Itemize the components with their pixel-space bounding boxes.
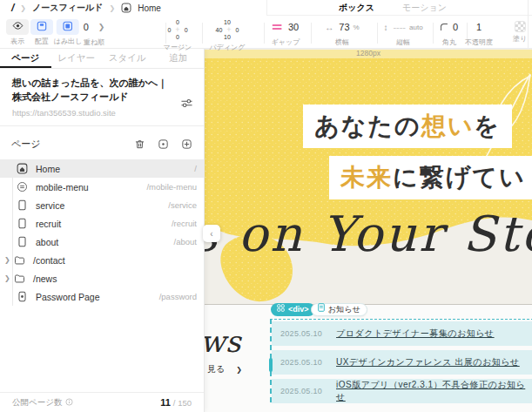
page-path: / (194, 164, 197, 173)
margin-values[interactable]: 0 0+0 0 (164, 18, 192, 41)
grid-icon (277, 303, 285, 316)
page-icon (17, 218, 28, 229)
padding-values[interactable]: 10 40+0 10 (210, 18, 246, 41)
page-name: Home (36, 164, 60, 174)
site-title: 想いの詰まった品を、次の誰かへ｜株式会社ノースフィールド (12, 77, 176, 104)
toolbar-radius: 0 角丸 (441, 18, 458, 47)
document-icon (318, 303, 325, 316)
view-more-link[interactable]: 見る❯ (207, 363, 242, 375)
resize-handle[interactable] (269, 358, 273, 372)
width-value[interactable]: ↔73% (325, 18, 359, 36)
order-value[interactable]: 0❯ (84, 18, 105, 36)
page-icon (17, 236, 28, 247)
hero-script-text[interactable]: s on Your Sto (205, 206, 532, 262)
news-date: 2025.05.10 (280, 387, 322, 395)
height-value[interactable]: ↕----auto (383, 18, 422, 36)
page-name: about (36, 237, 58, 247)
page-path: /recruit (172, 219, 197, 228)
toolbar-divider (202, 23, 203, 44)
page-path: /password (159, 292, 197, 301)
tab-box[interactable]: ボックス (339, 2, 374, 14)
eye-icon (12, 19, 24, 35)
toolbar-fill: 塗り (513, 18, 527, 44)
page-name: /news (33, 274, 57, 284)
page-list-item[interactable]: ❯ /news (0, 269, 204, 287)
duplicate-page-icon[interactable] (158, 138, 169, 150)
page-list-item[interactable]: ❯ /contact (0, 251, 204, 269)
tab-layers[interactable]: レイヤー (51, 48, 103, 68)
chevron-right-icon: ❯ (236, 366, 242, 374)
folder-icon (14, 254, 25, 266)
gap-value[interactable]: 30 (272, 18, 300, 36)
toolbar-padding: 10 40+0 10 パディング (210, 18, 246, 52)
sliders-icon[interactable] (180, 97, 193, 112)
overflow-icon (63, 19, 73, 35)
trash-icon[interactable] (134, 138, 145, 150)
news-list-item[interactable]: 2025.05.10 iOS版アプリ（ver2.3.1）不具合修正のお知らせ (272, 379, 532, 403)
page-name: mobile-menu (36, 182, 89, 192)
pages-section-header: ページ (0, 131, 204, 157)
radius-value[interactable]: 0 (441, 18, 458, 36)
news-title[interactable]: UXデザインカンファレンス 出展のお知らせ (336, 356, 520, 368)
news-title[interactable]: iOS版アプリ（ver2.3.1）不具合修正のお知らせ (336, 379, 532, 403)
news-title[interactable]: プロダクトデザイナー募集のお知らせ (336, 328, 495, 340)
page-list-item[interactable]: ❯ Home / (0, 159, 204, 178)
chevron-expand-icon[interactable]: ❯ (98, 23, 105, 31)
toolbar-align: 配置 (30, 18, 53, 46)
page-list: ❯ Home / ❯ mobile-menu /mobile-menu ❯ se… (0, 159, 204, 306)
page-list-item[interactable]: ❯ Password Page /password (0, 287, 204, 306)
element-label-badge[interactable]: お知らせ (311, 303, 367, 316)
visibility-button[interactable] (6, 19, 29, 35)
collapse-panel-button[interactable]: ‹ (203, 225, 220, 242)
studio-logo[interactable]: / (11, 2, 14, 14)
corner-radius-icon (441, 24, 448, 30)
breadcrumb-site[interactable]: ノースフィールド (32, 2, 103, 14)
page-name: service (36, 200, 64, 211)
news-date: 2025.05.10 (280, 329, 322, 338)
chevron-right-icon[interactable]: ❯ (4, 256, 14, 264)
tab-motion[interactable]: モーション (402, 2, 447, 14)
chevron-right-icon[interactable]: ❯ (4, 274, 14, 282)
toolbar-width: ↔73% 横幅 (325, 18, 359, 47)
align-button[interactable] (30, 19, 53, 35)
news-date: 2025.05.10 (280, 358, 322, 367)
breadcrumb-page[interactable]: Home (138, 3, 161, 13)
news-list-item[interactable]: 2025.05.10 プロダクトデザイナー募集のお知らせ (272, 321, 532, 346)
opacity-value[interactable]: 1 (465, 18, 493, 36)
tab-pages[interactable]: ページ (0, 48, 51, 68)
tab-styles[interactable]: スタイル (102, 48, 153, 68)
toolbar-height: ↕----auto 縦幅 (383, 18, 422, 47)
info-icon[interactable] (65, 398, 73, 408)
fill-swatch[interactable] (515, 21, 526, 32)
page-path: /mobile-menu (146, 182, 197, 192)
panel-footer: 公開ページ数 11/ 150 (0, 392, 204, 412)
selected-element-tag-badge[interactable]: <div> (271, 303, 315, 316)
align-icon (37, 19, 47, 35)
home-icon (121, 3, 131, 13)
page-list-item[interactable]: ❯ about /about (0, 233, 204, 251)
left-panel: ページ レイヤー スタイル 追加 想いの詰まった品を、次の誰かへ｜株式会社ノース… (0, 48, 205, 412)
toolbar-divider (433, 23, 434, 44)
hero-heading-line2[interactable]: 未来に繋げてい (329, 156, 532, 199)
page-list-item[interactable]: ❯ recruit /recruit (0, 214, 204, 233)
chevron-left-icon: ‹ (210, 229, 212, 239)
page-path: /service (168, 200, 197, 210)
hero-heading-line1[interactable]: あなたの想いを (303, 105, 512, 148)
toolbar-margin: 0 0+0 0 マージン (164, 18, 192, 52)
height-arrow-icon: ↕ (383, 23, 387, 32)
chevron-right-icon: ❯ (109, 4, 115, 12)
page-path: /about (174, 237, 197, 247)
page-list-item[interactable]: ❯ mobile-menu /mobile-menu (0, 178, 204, 196)
overflow-button[interactable] (57, 19, 79, 35)
add-page-icon[interactable] (181, 138, 192, 150)
page-icon (17, 199, 28, 211)
news-heading-script[interactable]: News (205, 324, 240, 359)
plus-icon: + (175, 26, 179, 34)
selected-news-region[interactable]: 2025.05.10 プロダクトデザイナー募集のお知らせ 2025.05.10 … (270, 319, 532, 402)
page-list-item[interactable]: ❯ service /service (0, 196, 204, 214)
news-list-item[interactable]: 2025.05.10 UXデザインカンファレンス 出展のお知らせ (272, 350, 532, 375)
site-info: 想いの詰まった品を、次の誰かへ｜株式会社ノースフィールド https://tan… (0, 69, 204, 126)
password-icon (17, 291, 28, 302)
menu-icon (17, 181, 28, 192)
published-pages-label: 公開ページ数 (12, 397, 62, 409)
